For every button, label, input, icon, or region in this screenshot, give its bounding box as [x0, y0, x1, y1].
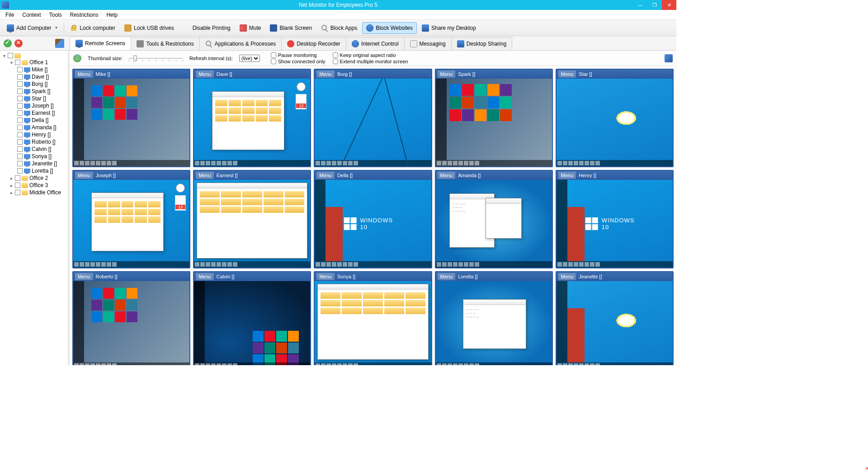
- block-websites-button[interactable]: Block Websites: [362, 22, 417, 34]
- thumbnail-menu-button[interactable]: Menu: [438, 70, 456, 78]
- fullscreen-icon[interactable]: [665, 54, 673, 62]
- tree-computer[interactable]: Borg []: [0, 80, 68, 88]
- reject-icon[interactable]: [14, 39, 23, 47]
- checkbox[interactable]: [15, 190, 20, 195]
- tree-computer[interactable]: Loretta []: [0, 167, 68, 174]
- thumbnail-screen[interactable]: [194, 79, 310, 166]
- thumbnail-menu-button[interactable]: Menu: [75, 172, 93, 179]
- menu-help[interactable]: Help: [103, 10, 121, 19]
- checkbox[interactable]: [333, 52, 338, 58]
- share-desktop-button[interactable]: Share my Desktop: [418, 22, 480, 34]
- thumbnail-screen[interactable]: [436, 79, 552, 166]
- checkbox[interactable]: [8, 53, 13, 58]
- expand-icon[interactable]: ▸: [9, 176, 14, 181]
- approve-icon[interactable]: [4, 39, 12, 47]
- thumbnail-screen[interactable]: [73, 180, 189, 268]
- thumbnail[interactable]: MenuSpark []: [435, 69, 553, 167]
- tab-desktop-recorder[interactable]: Desktop Recorder: [281, 37, 346, 50]
- tree-computer[interactable]: Amanda []: [0, 124, 68, 131]
- expand-icon[interactable]: ▸: [9, 190, 14, 195]
- thumbnail-menu-button[interactable]: Menu: [75, 70, 93, 78]
- close-button[interactable]: ✕: [662, 0, 676, 10]
- thumbnail-screen[interactable]: [73, 281, 189, 365]
- checkbox[interactable]: [17, 110, 23, 116]
- tab-apps-processes[interactable]: Applications & Processes: [199, 37, 282, 50]
- thumbnail[interactable]: MenuDella []WINDOWS 10: [314, 170, 432, 268]
- checkbox[interactable]: [17, 125, 23, 130]
- checkbox[interactable]: [333, 59, 338, 64]
- tree-computer[interactable]: Henry []: [0, 131, 68, 138]
- maximize-button[interactable]: ❐: [647, 0, 662, 10]
- checkbox[interactable]: [17, 81, 23, 87]
- brush-icon[interactable]: [55, 39, 64, 48]
- thumbnail[interactable]: MenuMike []: [72, 69, 190, 167]
- thumbnail-screen[interactable]: WINDOWS 10: [315, 180, 431, 268]
- checkbox[interactable]: [17, 168, 23, 174]
- thumbnail[interactable]: MenuRoberto []: [72, 271, 190, 365]
- thumbnail-size-slider[interactable]: [129, 58, 183, 59]
- tree-computer[interactable]: Calvin []: [0, 146, 68, 153]
- thumbnail-menu-button[interactable]: Menu: [196, 70, 214, 78]
- thumbnail-menu-button[interactable]: Menu: [558, 172, 576, 179]
- tree-computer[interactable]: Sonya []: [0, 153, 68, 160]
- tree-computer[interactable]: Dave []: [0, 73, 68, 80]
- thumbnail-menu-button[interactable]: Menu: [438, 273, 456, 280]
- tree-computer[interactable]: Joseph []: [0, 102, 68, 109]
- tree-computer[interactable]: Star []: [0, 95, 68, 102]
- thumbnail[interactable]: MenuSonya []: [314, 271, 432, 365]
- option-pause[interactable]: Pause monitoring: [271, 52, 326, 58]
- thumbnail[interactable]: MenuBorg []: [314, 69, 432, 167]
- thumbnail[interactable]: MenuEarnest []: [193, 170, 311, 268]
- thumbnail[interactable]: MenuCalvin []: [193, 271, 311, 365]
- checkbox[interactable]: [17, 74, 23, 80]
- checkbox[interactable]: [17, 103, 23, 108]
- thumbnail-menu-button[interactable]: Menu: [558, 273, 576, 280]
- thumbnail[interactable]: MenuStar []: [556, 69, 674, 167]
- minimize-button[interactable]: —: [633, 0, 647, 10]
- checkbox[interactable]: [15, 60, 20, 65]
- thumbnail-screen[interactable]: [194, 281, 310, 365]
- tree-computer[interactable]: Earnest []: [0, 109, 68, 117]
- refresh-icon[interactable]: [73, 54, 81, 62]
- menu-file[interactable]: File: [2, 10, 18, 19]
- thumbnail-menu-button[interactable]: Menu: [196, 273, 214, 280]
- menu-restrictions[interactable]: Restrictions: [66, 10, 102, 19]
- disable-printing-button[interactable]: Disable Printing: [179, 22, 235, 34]
- expand-icon[interactable]: ▸: [9, 183, 14, 188]
- thumbnail-screen[interactable]: [315, 79, 431, 166]
- checkbox[interactable]: [17, 154, 23, 159]
- thumbnail-screen[interactable]: [315, 281, 431, 365]
- tree-computer[interactable]: Mike []: [0, 66, 68, 73]
- tree-computer[interactable]: Della []: [0, 117, 68, 124]
- tree-group[interactable]: ▸Middle Office: [0, 189, 68, 196]
- checkbox[interactable]: [17, 89, 23, 94]
- option-connected-only[interactable]: Show connected only: [271, 59, 326, 64]
- thumbnail-menu-button[interactable]: Menu: [196, 172, 214, 179]
- tab-desktop-sharing[interactable]: Desktop Sharing: [451, 37, 513, 50]
- tab-messaging[interactable]: Messaging: [404, 37, 452, 50]
- lock-usb-button[interactable]: Lock USB drives: [120, 22, 178, 34]
- tree-group[interactable]: ▸Office 3: [0, 182, 68, 189]
- thumbnail-menu-button[interactable]: Menu: [558, 70, 576, 78]
- tree-group[interactable]: ▾Office 1: [0, 59, 68, 66]
- tree-computer[interactable]: Jeanette []: [0, 160, 68, 167]
- tree-root[interactable]: ▾: [0, 52, 68, 59]
- tab-tools-restrictions[interactable]: Tools & Restrictions: [131, 37, 199, 50]
- thumbnail[interactable]: MenuHenry []WINDOWS 10: [556, 170, 674, 268]
- add-computer-button[interactable]: Add Computer▼: [3, 22, 62, 34]
- thumbnail-screen[interactable]: [194, 180, 310, 268]
- checkbox[interactable]: [15, 175, 20, 181]
- thumbnail-menu-button[interactable]: Menu: [316, 273, 335, 280]
- checkbox[interactable]: [271, 59, 276, 64]
- blank-screen-button[interactable]: Blank Screen: [266, 22, 316, 34]
- tree-computer[interactable]: Spark []: [0, 88, 68, 95]
- refresh-interval-select[interactable]: (live): [239, 55, 260, 62]
- block-apps-button[interactable]: Block Apps: [317, 22, 361, 34]
- checkbox[interactable]: [271, 52, 276, 58]
- thumbnail-menu-button[interactable]: Menu: [438, 172, 456, 179]
- checkbox[interactable]: [17, 118, 23, 123]
- option-keep-aspect[interactable]: Keep original aspect ratio: [333, 52, 408, 58]
- checkbox[interactable]: [17, 139, 23, 145]
- thumbnail-menu-button[interactable]: Menu: [316, 70, 335, 78]
- checkbox[interactable]: [17, 67, 23, 72]
